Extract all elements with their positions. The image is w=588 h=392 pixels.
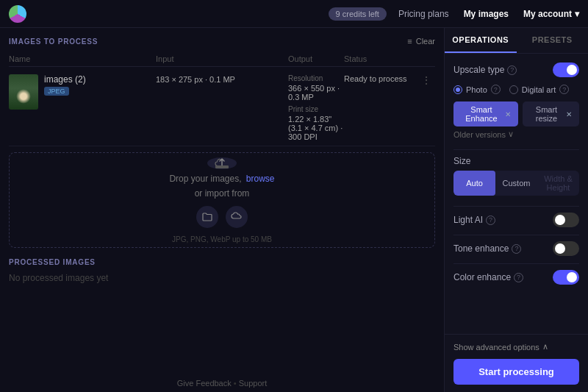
main-layout: IMAGES TO PROCESS ≡ Clear Name Input Out… [0,28,588,392]
processed-section: PROCESSED IMAGES No processed images yet [9,257,435,289]
format-badge: JPEG [44,87,69,96]
light-ai-label: Light AI ? [453,215,495,225]
support-link[interactable]: Support [239,379,268,388]
photo-radio[interactable]: Photo ? [453,85,501,94]
divider-2 [453,206,579,207]
chevron-down-icon: ▾ [575,9,579,19]
upload-icon [207,157,237,169]
table-header: Name Input Output Status [9,51,435,67]
tone-enhance-toggle[interactable] [553,241,579,256]
photo-type-row: Photo ? Digital art ? [453,85,579,94]
upscale-toggle[interactable] [553,63,579,77]
right-panel: OPERATIONS PRESETS Upscale type ? Photo … [444,28,588,392]
more-options-button[interactable]: ⋮ [417,74,435,86]
color-enhance-row: Color enhance ? [453,270,579,285]
size-wh-button[interactable]: Width & Height [537,171,579,196]
output-info: Resolution 366 × 550 px · 0.3 MP Print s… [288,74,344,141]
divider-1 [453,149,579,150]
images-section-title: IMAGES TO PROCESS [9,38,98,46]
color-enhance-info-icon[interactable]: ? [514,273,523,282]
tone-enhance-info-icon[interactable]: ? [512,244,521,254]
size-label: Size [453,156,579,166]
account-menu[interactable]: My account ▾ [523,9,579,19]
light-ai-info-icon[interactable]: ? [486,215,495,225]
tab-presets[interactable]: PRESETS [517,28,589,53]
input-size: 183 × 275 px · 0.1 MP [156,74,288,85]
credits-badge: 9 credits left [329,7,387,21]
color-enhance-label: Color enhance ? [453,272,523,282]
size-selector: Auto Custom Width & Height [453,171,579,196]
photo-info-icon[interactable]: ? [491,85,501,94]
smart-enhance-close-icon: ✕ [505,110,511,118]
drop-zone[interactable]: Drop your images, browse or import from … [9,152,435,248]
svg-rect-0 [215,165,229,168]
right-panel-tabs: OPERATIONS PRESETS [445,28,588,54]
light-ai-row: Light AI ? [453,213,579,227]
upscale-type-row: Upscale type ? [453,63,579,77]
show-advanced-toggle[interactable]: Show advanced options ∧ [453,342,579,352]
right-bottom: Show advanced options ∧ Start processing [445,334,588,392]
tone-enhance-row: Tone enhance ? [453,241,579,256]
status-badge: Ready to process [344,74,417,83]
no-processed-label: No processed images yet [9,273,435,283]
digital-art-info-icon[interactable]: ? [559,85,569,94]
tab-operations[interactable]: OPERATIONS [445,28,517,53]
file-types-label: JPG, PNG, WebP up to 50 MB [172,235,272,243]
digital-art-radio[interactable]: Digital art ? [509,85,569,94]
import-icons [196,206,248,228]
feedback-link[interactable]: Give Feedback [177,379,232,388]
footer: Give Feedback • Support [9,374,435,392]
divider-3 [453,235,579,235]
color-enhance-toggle[interactable] [553,270,579,285]
smart-enhance-button[interactable]: Smart Enhance ✕ [453,101,518,126]
size-auto-button[interactable]: Auto [453,171,495,196]
image-filename: images (2) [44,74,86,85]
image-thumbnail [9,74,38,110]
smart-resize-button[interactable]: Smart resize ✕ [523,101,579,126]
photo-radio-dot [453,85,462,94]
logo-icon[interactable] [9,5,26,23]
table-row: images (2) JPEG 183 × 275 px · 0.1 MP Re… [9,70,435,146]
smart-resize-close-icon: ✕ [566,110,572,118]
image-name-cell: images (2) JPEG [9,74,156,110]
upscale-label: Upscale type ? [453,65,517,75]
col-status: Status [344,54,417,63]
image-name-info: images (2) JPEG [44,74,86,96]
rpanel-content: Upscale type ? Photo ? Digital art ? [445,54,588,292]
older-versions-toggle[interactable]: Older versions ∨ [453,129,579,139]
tone-enhance-label: Tone enhance ? [453,243,521,254]
import-text: or import from [195,188,250,199]
topnav: 9 credits left Pricing plans My images M… [0,0,588,28]
col-input: Input [156,54,288,63]
col-output: Output [288,54,344,63]
enhance-row: Smart Enhance ✕ Smart resize ✕ [453,101,579,126]
divider-4 [453,263,579,264]
size-custom-button[interactable]: Custom [495,171,537,196]
myimages-link[interactable]: My images [464,9,509,19]
digital-art-radio-dot [509,85,518,94]
light-ai-toggle[interactable] [553,213,579,227]
images-section-header: IMAGES TO PROCESS ≡ Clear [9,37,435,46]
filter-icon: ≡ [407,37,412,46]
upscale-info-icon[interactable]: ? [507,65,517,75]
pricing-link[interactable]: Pricing plans [398,9,449,19]
drop-text: Drop your images, browse [169,174,274,184]
cloud-icon-button[interactable] [226,206,248,228]
chevron-up-icon: ∧ [542,342,548,352]
clear-button[interactable]: ≡ Clear [407,37,435,46]
chevron-down-icon: ∨ [508,129,514,139]
processed-title: PROCESSED IMAGES [9,258,96,266]
browse-link[interactable]: browse [246,174,275,184]
folder-icon-button[interactable] [196,206,218,228]
col-name: Name [9,54,156,63]
left-panel: IMAGES TO PROCESS ≡ Clear Name Input Out… [0,28,444,392]
start-processing-button[interactable]: Start processing [453,359,579,385]
